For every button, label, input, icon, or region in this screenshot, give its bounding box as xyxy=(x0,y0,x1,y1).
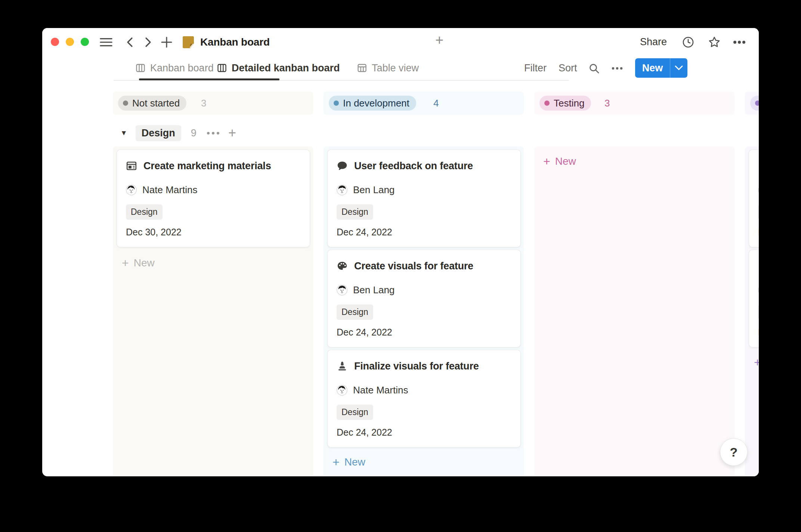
new-button[interactable]: New xyxy=(635,58,687,78)
status-dot xyxy=(334,100,339,106)
tag-design: Design xyxy=(337,204,373,220)
group-options-icon[interactable] xyxy=(207,132,219,134)
status-pill-partial[interactable] xyxy=(750,96,759,111)
status-pill-testing[interactable]: Testing xyxy=(539,96,591,111)
forward-icon[interactable] xyxy=(142,36,154,49)
page-emoji-icon xyxy=(181,35,195,49)
new-page-plus-icon[interactable] xyxy=(160,36,173,49)
column-cards-area: User feedback on feature Ben Lang Design… xyxy=(324,146,524,476)
card-assignee-row xyxy=(758,284,759,296)
back-icon[interactable] xyxy=(124,36,136,49)
new-card-label: New xyxy=(344,456,365,468)
close-window-button[interactable] xyxy=(51,38,59,46)
group-name-pill[interactable]: Design xyxy=(136,125,181,141)
tag-design: Design xyxy=(337,304,373,320)
card-tag-row: D xyxy=(758,304,759,320)
column-header: Testing 3 xyxy=(534,92,734,115)
tab-kanban-board[interactable]: Kanban board xyxy=(136,56,214,80)
plus-icon: + xyxy=(543,155,550,167)
new-button-label: New xyxy=(635,62,670,74)
add-view-icon[interactable]: + xyxy=(432,33,447,47)
card-tag-row: D xyxy=(758,204,759,220)
column-in-development: In development 4 User feedback on featur… xyxy=(324,92,524,476)
assignee-name: Ben Lang xyxy=(353,284,395,296)
card-date: D xyxy=(758,327,759,338)
newspaper-icon xyxy=(126,160,137,171)
tab-detailed-kanban-board[interactable]: Detailed kanban board xyxy=(217,56,340,80)
column-cards-area: Create marketing materials Nate Martins … xyxy=(113,146,313,476)
card-assignee-row xyxy=(758,184,759,195)
status-pill-not-started[interactable]: Not started xyxy=(118,96,186,111)
app-window: Kanban board Share Kanban board Det xyxy=(42,28,759,476)
help-button[interactable]: ? xyxy=(720,438,748,466)
column-count: 3 xyxy=(201,96,206,111)
updates-clock-icon[interactable] xyxy=(682,36,695,49)
card-user-feedback-on-feature[interactable]: User feedback on feature Ben Lang Design… xyxy=(327,149,521,247)
table-view-icon xyxy=(357,63,367,73)
plus-icon: + xyxy=(122,257,129,269)
zoom-window-button[interactable] xyxy=(81,38,89,46)
status-label: Testing xyxy=(554,98,584,109)
column-header xyxy=(745,92,759,115)
plus-icon: + xyxy=(333,456,340,468)
group-header-design: ▼ Design 9 + xyxy=(120,124,236,142)
filter-button[interactable]: Filter xyxy=(524,56,547,80)
card-title-row: User feedback on feature xyxy=(337,160,473,172)
card-title: Finalize visuals for feature xyxy=(354,361,479,372)
card-date: D xyxy=(758,227,759,238)
desktop-background: Kanban board Share Kanban board Det xyxy=(0,0,801,532)
card-tag-row: Design xyxy=(337,204,373,220)
chevron-down-icon[interactable] xyxy=(670,65,687,71)
tab-table-view[interactable]: Table view xyxy=(357,56,419,80)
new-card-button[interactable]: + New xyxy=(754,356,759,368)
palette-icon xyxy=(337,260,348,272)
avatar xyxy=(758,185,759,195)
card-assignee-row: Nate Martins xyxy=(337,384,408,396)
new-card-button[interactable]: + New xyxy=(333,456,365,468)
active-tab-underline xyxy=(139,78,279,80)
more-options-icon[interactable] xyxy=(733,36,746,49)
card-title-row xyxy=(758,260,759,272)
card-create-marketing-materials[interactable]: Create marketing materials Nate Martins … xyxy=(117,149,310,247)
tab-label: Detailed kanban board xyxy=(232,62,340,74)
minimize-window-button[interactable] xyxy=(66,38,74,46)
card-partial-2[interactable]: D D xyxy=(749,250,759,347)
tag-design: Design xyxy=(337,405,373,420)
card-partial-1[interactable]: D D xyxy=(749,149,759,247)
board-view-icon xyxy=(136,63,145,73)
card-title: Create marketing materials xyxy=(143,160,271,172)
tag-partial: D xyxy=(758,304,759,320)
new-card-button[interactable]: + New xyxy=(543,155,576,167)
status-dot xyxy=(123,100,128,106)
avatar xyxy=(337,385,347,396)
column-count: 3 xyxy=(604,96,610,111)
card-create-visuals-for-feature[interactable]: Create visuals for feature Ben Lang Desi… xyxy=(327,250,521,347)
tag-design: Design xyxy=(126,204,163,220)
page-title: Kanban board xyxy=(200,28,270,56)
card-title-row xyxy=(758,160,759,172)
view-options-icon[interactable] xyxy=(610,62,624,75)
column-header: Not started 3 xyxy=(113,92,313,115)
tab-label: Kanban board xyxy=(150,62,214,74)
plus-icon: + xyxy=(754,356,759,368)
new-card-button[interactable]: + New xyxy=(122,257,155,269)
sidebar-menu-icon[interactable] xyxy=(100,36,112,49)
card-assignee-row: Nate Martins xyxy=(126,184,197,195)
card-finalize-visuals-for-feature[interactable]: Finalize visuals for feature Nate Martin… xyxy=(327,350,521,448)
avatar xyxy=(337,285,347,296)
card-date: Dec 24, 2022 xyxy=(337,327,392,338)
favorite-star-icon[interactable] xyxy=(708,36,721,49)
card-title: Create visuals for feature xyxy=(354,260,473,272)
person-icon xyxy=(758,260,759,272)
sort-button[interactable]: Sort xyxy=(559,56,577,80)
assignee-name: Nate Martins xyxy=(142,184,197,196)
search-icon[interactable] xyxy=(587,62,601,75)
card-title: User feedback on feature xyxy=(354,160,473,172)
collapse-triangle-icon[interactable]: ▼ xyxy=(120,129,127,137)
card-title-row: Create marketing materials xyxy=(126,160,271,172)
assignee-name: Ben Lang xyxy=(353,184,395,196)
share-button[interactable]: Share xyxy=(640,28,667,56)
status-pill-in-development[interactable]: In development xyxy=(329,96,416,111)
group-add-icon[interactable]: + xyxy=(228,126,236,140)
tag-partial: D xyxy=(758,204,759,220)
